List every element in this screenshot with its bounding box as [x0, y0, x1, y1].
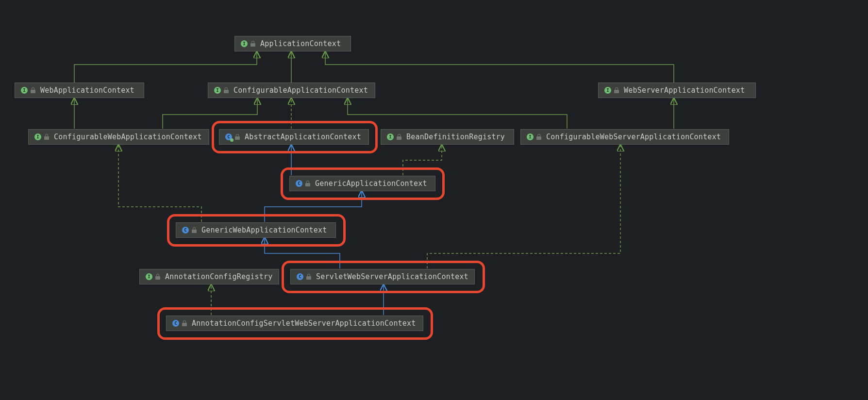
node-generic-web-application-context[interactable]: C GenericWebApplicationContext [176, 222, 336, 238]
lock-icon [306, 274, 311, 280]
interface-icon: I [387, 133, 395, 141]
node-application-context[interactable]: I ApplicationContext [234, 36, 351, 51]
node-configurable-web-server-application-context[interactable]: I ConfigurableWebServerApplicationContex… [520, 129, 729, 145]
node-label: ApplicationContext [260, 39, 341, 48]
node-web-server-application-context[interactable]: I WebServerApplicationContext [598, 83, 756, 98]
node-label: ConfigurableApplicationContext [234, 86, 368, 95]
lock-icon [224, 87, 229, 93]
diagram-canvas[interactable]: I ApplicationContext I WebApplicationCon… [0, 0, 868, 400]
lock-icon [305, 181, 310, 186]
interface-icon: I [146, 273, 153, 281]
node-label: AnnotationConfigServletWebServerApplicat… [192, 319, 416, 328]
node-label: GenericWebApplicationContext [201, 226, 327, 234]
lock-icon [397, 134, 401, 140]
interface-icon: I [21, 86, 29, 94]
node-label: WebServerApplicationContext [624, 86, 745, 95]
interface-icon: I [241, 40, 249, 48]
interface-icon: I [34, 133, 42, 141]
connector-layer [0, 0, 868, 400]
abstract-class-icon: C [225, 133, 233, 141]
lock-icon [31, 87, 35, 93]
node-label: WebApplicationContext [40, 86, 134, 95]
node-configurable-application-context[interactable]: I ConfigurableApplicationContext [208, 83, 375, 98]
lock-icon [182, 320, 187, 326]
node-annotation-config-registry[interactable]: I AnnotationConfigRegistry [139, 269, 279, 284]
node-annotation-config-servlet-web-server-application-context[interactable]: C AnnotationConfigServletWebServerApplic… [166, 316, 423, 331]
node-label: AnnotationConfigRegistry [165, 272, 273, 281]
lock-icon [235, 134, 240, 140]
node-generic-application-context[interactable]: C GenericApplicationContext [289, 176, 435, 191]
node-label: GenericApplicationContext [315, 179, 427, 188]
class-icon: C [172, 319, 180, 327]
lock-icon [614, 87, 619, 93]
lock-icon [192, 227, 197, 233]
lock-icon [44, 134, 49, 140]
node-label: ConfigurableWebApplicationContext [54, 133, 202, 141]
interface-icon: I [604, 86, 612, 94]
interface-icon: I [214, 86, 222, 94]
class-icon: C [297, 273, 304, 281]
node-bean-definition-registry[interactable]: I BeanDefinitionRegistry [381, 129, 514, 145]
node-label: BeanDefinitionRegistry [406, 133, 505, 141]
lock-icon [155, 274, 160, 280]
class-icon: C [182, 226, 190, 234]
interface-icon: I [527, 133, 534, 141]
node-configurable-web-application-context[interactable]: I ConfigurableWebApplicationContext [28, 129, 209, 145]
class-icon: C [296, 180, 303, 187]
node-servlet-web-server-application-context[interactable]: C ServletWebServerApplicationContext [290, 269, 475, 284]
lock-icon [536, 134, 541, 140]
node-abstract-application-context[interactable]: C AbstractApplicationContext [219, 129, 369, 145]
node-label: ServletWebServerApplicationContext [316, 272, 468, 281]
node-label: AbstractApplicationContext [245, 133, 361, 141]
node-web-application-context[interactable]: I WebApplicationContext [15, 83, 144, 98]
lock-icon [250, 41, 255, 47]
node-label: ConfigurableWebServerApplicationContext [546, 133, 721, 141]
